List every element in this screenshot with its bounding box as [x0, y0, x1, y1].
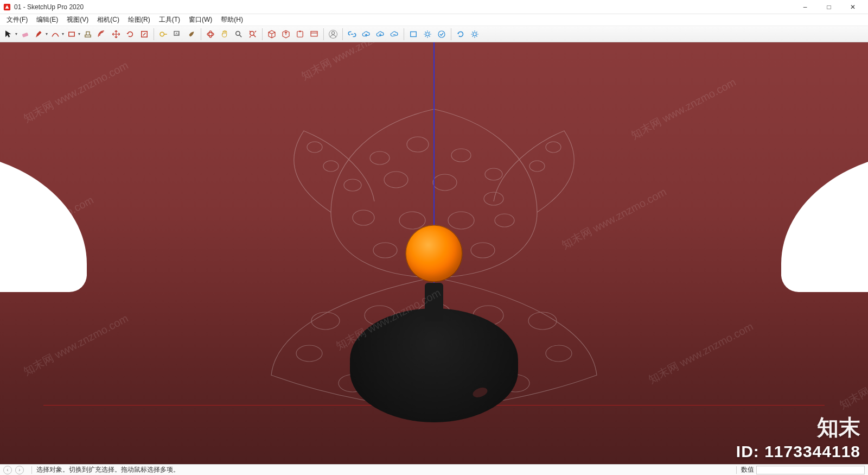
cloud-link[interactable]	[346, 28, 359, 41]
window-maximize[interactable]: □	[817, 0, 841, 14]
svg-text:A1: A1	[175, 31, 180, 35]
svg-point-19	[473, 33, 476, 36]
text-tool[interactable]: A1	[171, 28, 184, 41]
arc-tool[interactable]	[49, 28, 62, 41]
menu-item-7[interactable]: 帮助(H)	[216, 14, 247, 26]
menu-item-4[interactable]: 绘图(R)	[124, 14, 155, 26]
cloud-download[interactable]	[374, 28, 387, 41]
svg-rect-2	[69, 32, 75, 36]
status-prev-hint[interactable]: ‹	[3, 466, 12, 474]
arc-tool-dropdown[interactable]: ▾	[62, 31, 64, 36]
zoom-extents-tool[interactable]	[246, 28, 259, 41]
menu-item-1[interactable]: 编辑(E)	[32, 14, 62, 26]
svg-point-14	[331, 31, 334, 34]
line-tool[interactable]	[33, 28, 46, 41]
eraser-tool[interactable]	[18, 28, 31, 41]
menu-item-5[interactable]: 工具(T)	[155, 14, 184, 26]
status-next-hint[interactable]: ›	[15, 466, 24, 474]
pushpull-tool[interactable]	[81, 28, 94, 41]
svg-point-4	[160, 32, 164, 36]
move-tool[interactable]	[110, 28, 123, 41]
cloud-upload[interactable]	[360, 28, 373, 41]
line-tool-dropdown[interactable]: ▾	[46, 31, 48, 36]
watermark-id: ID: 1173344118	[736, 442, 860, 461]
svg-point-17	[426, 33, 429, 36]
zoom-tool[interactable]	[232, 28, 245, 41]
offset-tool[interactable]	[95, 28, 108, 41]
status-bar: ‹ › 选择对象。切换到扩充选择。拖动鼠标选择多项。 数值	[0, 464, 868, 475]
scale-tool[interactable]	[138, 28, 151, 41]
svg-point-7	[207, 33, 214, 36]
select-tool[interactable]	[2, 28, 15, 41]
rectangle-tool[interactable]	[65, 28, 78, 41]
pan-tool[interactable]	[218, 28, 231, 41]
svg-rect-13	[311, 31, 317, 36]
window-minimize[interactable]: –	[793, 0, 817, 14]
render-settings[interactable]	[421, 28, 434, 41]
refresh-tool[interactable]	[454, 28, 467, 41]
cloud-sync[interactable]	[388, 28, 401, 41]
rotate-tool[interactable]	[124, 28, 137, 41]
app-icon	[3, 3, 11, 11]
menu-item-6[interactable]: 窗口(W)	[184, 14, 216, 26]
menu-bar: 文件(F)编辑(E)视图(V)相机(C)绘图(R)工具(T)窗口(W)帮助(H)	[0, 14, 868, 26]
model-base	[350, 308, 518, 422]
main-toolbar: ▾▾▾▾A1	[0, 26, 868, 42]
warehouse-3d[interactable]	[265, 28, 278, 41]
layout-send[interactable]	[308, 28, 321, 41]
user-account[interactable]	[327, 28, 340, 41]
extension-warehouse[interactable]	[293, 28, 307, 41]
menu-item-0[interactable]: 文件(F)	[2, 14, 32, 26]
status-hint: 选择对象。切换到扩充选择。拖动鼠标选择多项。	[36, 465, 732, 474]
model-stem	[425, 283, 443, 321]
title-bar: 01 - SketchUp Pro 2020 – □ ✕	[0, 0, 868, 14]
paint-tool[interactable]	[185, 28, 198, 41]
svg-point-8	[209, 31, 212, 37]
measure-label: 数值	[741, 465, 754, 474]
select-tool-dropdown[interactable]: ▾	[15, 31, 17, 36]
viewport-3d[interactable]: 知末网 www.znzmo.com知末网 www.znzmo.com知末网 ww…	[0, 42, 868, 464]
warehouse-share[interactable]	[279, 28, 292, 41]
svg-rect-16	[411, 31, 417, 36]
svg-rect-1	[22, 32, 29, 37]
rectangle-tool-dropdown[interactable]: ▾	[78, 31, 80, 36]
orbit-tool[interactable]	[204, 28, 217, 41]
svg-point-9	[236, 31, 240, 35]
settings-tool[interactable]	[468, 28, 481, 41]
tape-tool[interactable]	[157, 28, 170, 41]
menu-item-2[interactable]: 视图(V)	[62, 14, 93, 26]
watermark-brand: 知末	[817, 413, 860, 442]
svg-rect-11	[297, 31, 303, 37]
render-frame[interactable]	[407, 28, 420, 41]
menu-item-3[interactable]: 相机(C)	[93, 14, 124, 26]
svg-point-12	[299, 30, 301, 32]
window-close[interactable]: ✕	[841, 0, 865, 14]
svg-point-18	[438, 31, 445, 37]
measure-input[interactable]	[756, 466, 865, 474]
window-title: 01 - SketchUp Pro 2020	[14, 3, 793, 11]
render-status[interactable]	[435, 28, 448, 41]
